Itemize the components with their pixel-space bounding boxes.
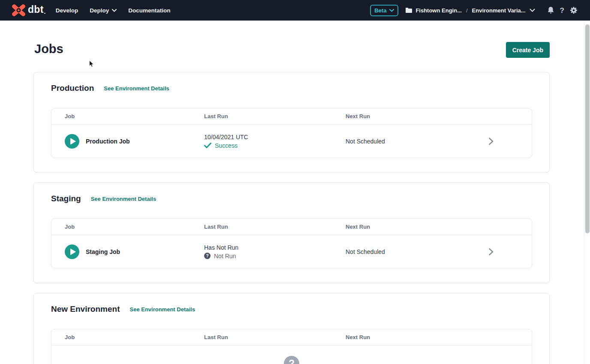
- logo-text: dbt: [28, 5, 44, 16]
- column-header-job: Job: [51, 113, 204, 119]
- chevron-right-icon[interactable]: [488, 248, 494, 256]
- breadcrumb-separator: /: [466, 7, 468, 14]
- nav-item-develop[interactable]: Develop: [56, 7, 78, 14]
- breadcrumb: Fishtown Engin... / Environment Varia...: [405, 7, 535, 14]
- run-job-button[interactable]: [65, 134, 79, 149]
- create-job-button[interactable]: Create Job: [506, 42, 550, 58]
- environment-card-new-environment: New Environment See Environment Details …: [33, 293, 550, 364]
- job-row[interactable]: Staging Job Has Not Run ? Not Run Not Sc…: [51, 235, 532, 268]
- last-run-date: Has Not Run: [204, 244, 346, 251]
- job-name: Production Job: [86, 138, 130, 145]
- table-header-row: Job Last Run Next Run: [51, 108, 532, 125]
- dbt-logo[interactable]: dbt: [11, 4, 44, 17]
- jobs-table: Job Last Run Next Run ?: [51, 329, 532, 364]
- empty-state: ?: [51, 346, 532, 364]
- chevron-down-icon[interactable]: [530, 9, 535, 12]
- run-job-button[interactable]: [65, 245, 79, 259]
- jobs-page: Jobs Create Job Production See Environme…: [0, 21, 590, 364]
- column-header-next-run: Next Run: [346, 334, 532, 340]
- see-environment-details-link[interactable]: See Environment Details: [104, 85, 169, 92]
- jobs-table: Job Last Run Next Run Staging Job Has No…: [51, 218, 532, 269]
- job-name: Staging Job: [86, 248, 120, 255]
- bell-icon[interactable]: [547, 6, 554, 14]
- chevron-down-icon: [112, 9, 117, 12]
- environment-title: New Environment: [51, 304, 120, 314]
- column-header-last-run: Last Run: [204, 224, 346, 230]
- page-title: Jobs: [34, 42, 63, 56]
- main-nav: Develop Deploy Documentation: [56, 7, 182, 14]
- status-badge: Not Run: [214, 253, 236, 260]
- environment-card-production: Production See Environment Details Job L…: [33, 72, 550, 173]
- navbar-right: Beta Fishtown Engin... / Environment Var…: [370, 5, 578, 16]
- scrollbar-thumb[interactable]: [585, 24, 590, 233]
- column-header-next-run: Next Run: [346, 224, 532, 230]
- navbar-icons: ?: [547, 6, 578, 14]
- status-badge[interactable]: Success: [215, 142, 238, 149]
- next-run-value: Not Scheduled: [346, 138, 532, 145]
- next-run-value: Not Scheduled: [346, 248, 532, 255]
- environment-card-staging: Staging See Environment Details Job Last…: [33, 182, 550, 283]
- nav-item-deploy[interactable]: Deploy: [90, 7, 117, 14]
- question-circle-icon: ?: [204, 253, 211, 259]
- beta-dropdown[interactable]: Beta: [370, 5, 398, 16]
- check-icon: [204, 143, 211, 148]
- column-header-job: Job: [51, 224, 204, 230]
- environment-title: Production: [51, 84, 94, 93]
- help-icon[interactable]: ?: [560, 7, 564, 14]
- chevron-right-icon[interactable]: [488, 137, 494, 145]
- dbt-logo-icon: [11, 4, 26, 17]
- folder-icon: [405, 7, 412, 13]
- jobs-table: Job Last Run Next Run Production Job 10/…: [51, 108, 532, 158]
- environment-title: Staging: [51, 194, 81, 203]
- column-header-next-run: Next Run: [346, 113, 532, 119]
- question-circle-icon: ?: [284, 356, 299, 364]
- last-run-date: 10/04/2021 UTC: [204, 134, 346, 140]
- breadcrumb-project[interactable]: Environment Varia...: [472, 7, 526, 14]
- column-header-last-run: Last Run: [204, 334, 346, 340]
- table-header-row: Job Last Run Next Run: [51, 329, 532, 346]
- see-environment-details-link[interactable]: See Environment Details: [91, 196, 156, 202]
- nav-item-documentation[interactable]: Documentation: [128, 7, 170, 14]
- top-navbar: dbt Develop Deploy Documentation Beta Fi…: [0, 0, 590, 21]
- job-row[interactable]: Production Job 10/04/2021 UTC Success No…: [51, 125, 532, 158]
- chevron-down-icon: [389, 9, 394, 12]
- scrollbar[interactable]: [584, 21, 590, 364]
- see-environment-details-link[interactable]: See Environment Details: [129, 306, 195, 313]
- breadcrumb-account[interactable]: Fishtown Engin...: [405, 7, 462, 14]
- column-header-last-run: Last Run: [204, 113, 346, 119]
- gear-icon[interactable]: [570, 6, 578, 14]
- column-header-job: Job: [51, 334, 204, 340]
- table-header-row: Job Last Run Next Run: [51, 219, 532, 235]
